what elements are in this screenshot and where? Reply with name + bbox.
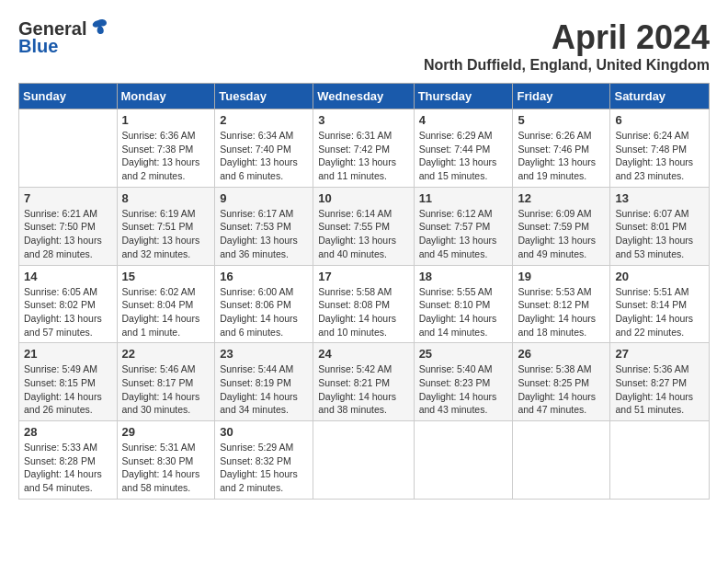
day-info: Sunrise: 5:55 AM Sunset: 8:10 PM Dayligh… <box>419 285 508 339</box>
day-info: Sunrise: 5:49 AM Sunset: 8:15 PM Dayligh… <box>24 362 112 417</box>
day-info: Sunrise: 5:44 AM Sunset: 8:19 PM Dayligh… <box>220 362 308 417</box>
calendar-week-row: 1Sunrise: 6:36 AM Sunset: 7:38 PM Daylig… <box>19 109 710 188</box>
day-number: 9 <box>220 191 308 205</box>
calendar-cell: 2Sunrise: 6:34 AM Sunset: 7:40 PM Daylig… <box>215 109 313 188</box>
day-number: 3 <box>318 113 408 127</box>
calendar-cell: 7Sunrise: 6:21 AM Sunset: 7:50 PM Daylig… <box>19 187 118 265</box>
calendar-table: SundayMondayTuesdayWednesdayThursdayFrid… <box>18 83 710 500</box>
header-saturday: Saturday <box>610 84 710 109</box>
calendar-cell: 5Sunrise: 6:26 AM Sunset: 7:46 PM Daylig… <box>513 109 610 188</box>
day-info: Sunrise: 6:07 AM Sunset: 8:01 PM Dayligh… <box>615 207 704 261</box>
day-number: 26 <box>518 347 605 361</box>
day-number: 22 <box>122 347 210 361</box>
calendar-cell: 18Sunrise: 5:55 AM Sunset: 8:10 PM Dayli… <box>414 265 513 343</box>
day-info: Sunrise: 5:58 AM Sunset: 8:08 PM Dayligh… <box>318 285 408 339</box>
day-info: Sunrise: 5:38 AM Sunset: 8:25 PM Dayligh… <box>518 362 605 417</box>
day-info: Sunrise: 5:51 AM Sunset: 8:14 PM Dayligh… <box>615 285 704 339</box>
logo: General Blue <box>18 18 108 57</box>
calendar-cell: 15Sunrise: 6:02 AM Sunset: 8:04 PM Dayli… <box>117 265 215 343</box>
day-number: 27 <box>615 347 704 361</box>
calendar-cell: 20Sunrise: 5:51 AM Sunset: 8:14 PM Dayli… <box>610 265 710 343</box>
calendar-cell: 10Sunrise: 6:14 AM Sunset: 7:55 PM Dayli… <box>313 187 414 265</box>
calendar-cell: 27Sunrise: 5:36 AM Sunset: 8:27 PM Dayli… <box>610 343 710 421</box>
day-info: Sunrise: 6:02 AM Sunset: 8:04 PM Dayligh… <box>122 285 210 339</box>
day-number: 7 <box>24 191 112 205</box>
day-number: 10 <box>318 191 408 205</box>
calendar-cell: 9Sunrise: 6:17 AM Sunset: 7:53 PM Daylig… <box>215 187 313 265</box>
day-info: Sunrise: 6:31 AM Sunset: 7:42 PM Dayligh… <box>318 129 408 183</box>
day-info: Sunrise: 5:42 AM Sunset: 8:21 PM Dayligh… <box>318 362 408 417</box>
day-number: 19 <box>518 270 605 283</box>
day-number: 29 <box>122 425 210 439</box>
header-thursday: Thursday <box>414 84 513 109</box>
day-info: Sunrise: 6:21 AM Sunset: 7:50 PM Dayligh… <box>24 207 112 261</box>
calendar-cell: 23Sunrise: 5:44 AM Sunset: 8:19 PM Dayli… <box>215 343 313 421</box>
day-number: 14 <box>24 270 112 283</box>
day-info: Sunrise: 6:14 AM Sunset: 7:55 PM Dayligh… <box>318 207 408 261</box>
day-info: Sunrise: 5:53 AM Sunset: 8:12 PM Dayligh… <box>518 285 605 339</box>
calendar-cell <box>513 421 610 500</box>
day-number: 13 <box>615 191 704 205</box>
day-number: 11 <box>419 191 508 205</box>
day-number: 2 <box>220 113 308 127</box>
day-info: Sunrise: 5:29 AM Sunset: 8:32 PM Dayligh… <box>220 441 308 495</box>
calendar-cell <box>19 109 118 188</box>
day-info: Sunrise: 6:26 AM Sunset: 7:46 PM Dayligh… <box>518 129 605 183</box>
day-number: 21 <box>24 347 112 361</box>
day-number: 5 <box>518 113 605 127</box>
header-wednesday: Wednesday <box>313 84 414 109</box>
calendar-cell: 17Sunrise: 5:58 AM Sunset: 8:08 PM Dayli… <box>313 265 414 343</box>
day-info: Sunrise: 6:00 AM Sunset: 8:06 PM Dayligh… <box>220 285 308 339</box>
calendar-cell: 1Sunrise: 6:36 AM Sunset: 7:38 PM Daylig… <box>117 109 215 188</box>
calendar-cell <box>313 421 414 500</box>
day-number: 20 <box>615 270 704 283</box>
calendar-cell: 26Sunrise: 5:38 AM Sunset: 8:25 PM Dayli… <box>513 343 610 421</box>
calendar-cell: 13Sunrise: 6:07 AM Sunset: 8:01 PM Dayli… <box>610 187 710 265</box>
day-number: 4 <box>419 113 508 127</box>
day-info: Sunrise: 5:36 AM Sunset: 8:27 PM Dayligh… <box>615 362 704 417</box>
calendar-cell: 22Sunrise: 5:46 AM Sunset: 8:17 PM Dayli… <box>117 343 215 421</box>
calendar-cell: 24Sunrise: 5:42 AM Sunset: 8:21 PM Dayli… <box>313 343 414 421</box>
calendar-cell: 28Sunrise: 5:33 AM Sunset: 8:28 PM Dayli… <box>19 421 118 500</box>
calendar-cell: 14Sunrise: 6:05 AM Sunset: 8:02 PM Dayli… <box>19 265 118 343</box>
day-info: Sunrise: 6:12 AM Sunset: 7:57 PM Dayligh… <box>419 207 508 261</box>
calendar-week-row: 7Sunrise: 6:21 AM Sunset: 7:50 PM Daylig… <box>19 187 710 265</box>
day-number: 25 <box>419 347 508 361</box>
calendar-cell: 8Sunrise: 6:19 AM Sunset: 7:51 PM Daylig… <box>117 187 215 265</box>
header-monday: Monday <box>117 84 215 109</box>
day-info: Sunrise: 6:17 AM Sunset: 7:53 PM Dayligh… <box>220 207 308 261</box>
calendar-cell: 11Sunrise: 6:12 AM Sunset: 7:57 PM Dayli… <box>414 187 513 265</box>
day-number: 12 <box>518 191 605 205</box>
calendar-cell: 6Sunrise: 6:24 AM Sunset: 7:48 PM Daylig… <box>610 109 710 188</box>
logo-blue-text: Blue <box>18 36 58 57</box>
calendar-week-row: 21Sunrise: 5:49 AM Sunset: 8:15 PM Dayli… <box>19 343 710 421</box>
day-number: 17 <box>318 270 408 283</box>
day-info: Sunrise: 6:09 AM Sunset: 7:59 PM Dayligh… <box>518 207 605 261</box>
header-sunday: Sunday <box>19 84 118 109</box>
day-info: Sunrise: 5:31 AM Sunset: 8:30 PM Dayligh… <box>122 441 210 495</box>
day-number: 30 <box>220 425 308 439</box>
calendar-cell: 3Sunrise: 6:31 AM Sunset: 7:42 PM Daylig… <box>313 109 414 188</box>
calendar-cell <box>414 421 513 500</box>
calendar-cell <box>610 421 710 500</box>
calendar-cell: 4Sunrise: 6:29 AM Sunset: 7:44 PM Daylig… <box>414 109 513 188</box>
day-info: Sunrise: 6:34 AM Sunset: 7:40 PM Dayligh… <box>220 129 308 183</box>
day-info: Sunrise: 5:40 AM Sunset: 8:23 PM Dayligh… <box>419 362 508 417</box>
day-number: 23 <box>220 347 308 361</box>
calendar-cell: 29Sunrise: 5:31 AM Sunset: 8:30 PM Dayli… <box>117 421 215 500</box>
day-number: 18 <box>419 270 508 283</box>
day-number: 15 <box>122 270 210 283</box>
day-info: Sunrise: 6:36 AM Sunset: 7:38 PM Dayligh… <box>122 129 210 183</box>
calendar-week-row: 28Sunrise: 5:33 AM Sunset: 8:28 PM Dayli… <box>19 421 710 500</box>
month-title: April 2024 <box>424 18 710 57</box>
logo-bird-icon <box>88 17 108 37</box>
calendar-cell: 12Sunrise: 6:09 AM Sunset: 7:59 PM Dayli… <box>513 187 610 265</box>
calendar-cell: 21Sunrise: 5:49 AM Sunset: 8:15 PM Dayli… <box>19 343 118 421</box>
day-info: Sunrise: 6:29 AM Sunset: 7:44 PM Dayligh… <box>419 129 508 183</box>
day-info: Sunrise: 6:24 AM Sunset: 7:48 PM Dayligh… <box>615 129 704 183</box>
day-info: Sunrise: 5:46 AM Sunset: 8:17 PM Dayligh… <box>122 362 210 417</box>
header-tuesday: Tuesday <box>215 84 313 109</box>
calendar-cell: 19Sunrise: 5:53 AM Sunset: 8:12 PM Dayli… <box>513 265 610 343</box>
calendar-cell: 30Sunrise: 5:29 AM Sunset: 8:32 PM Dayli… <box>215 421 313 500</box>
day-number: 16 <box>220 270 308 283</box>
